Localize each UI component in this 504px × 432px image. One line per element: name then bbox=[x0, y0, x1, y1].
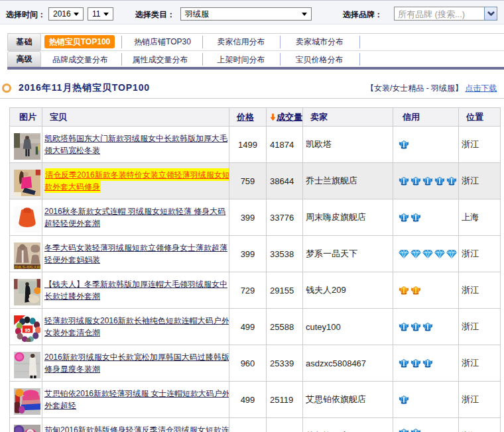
svg-text:20色 S~6XL大码: 20色 S~6XL大码 bbox=[14, 264, 40, 268]
svg-text:95: 95 bbox=[25, 327, 30, 332]
